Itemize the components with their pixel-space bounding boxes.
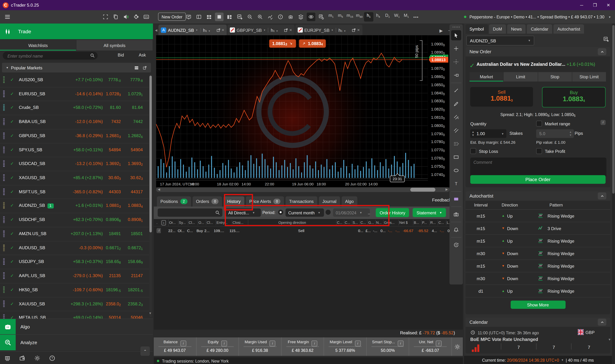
tab-dom[interactable]: DoM xyxy=(489,24,506,34)
channel-icon[interactable]: E xyxy=(451,112,461,122)
fibonacci-icon[interactable]: F xyxy=(451,139,461,149)
watchlist-row-MSFT.US_SB[interactable]: ✓MSFT.US_SB-365.0 (-0.82%)4430344317 xyxy=(0,185,149,199)
tab-journal[interactable]: Journal xyxy=(319,196,340,207)
drag-handle-icon[interactable] xyxy=(3,216,5,223)
drag-handle-icon[interactable] xyxy=(3,132,5,140)
column-header[interactable]: Entry... xyxy=(216,220,232,225)
open-chart-icon[interactable] xyxy=(603,37,609,42)
drag-handle-icon[interactable] xyxy=(3,231,5,237)
drag-handle-icon[interactable] xyxy=(3,273,5,279)
eye-icon[interactable] xyxy=(307,13,315,21)
summary-settings-icon[interactable] xyxy=(452,337,463,356)
timezone-select[interactable]: UTC+0 xyxy=(546,358,559,362)
watchlist-row-XAUUSD_SB[interactable]: ✓XAUUSD_SB+298.3 (+1.28%)2358.022358.23 xyxy=(0,297,149,311)
drag-handle-icon[interactable] xyxy=(3,91,5,97)
ask-price[interactable]: 7442 xyxy=(133,119,143,124)
order-type-stop[interactable]: Stop xyxy=(538,72,572,81)
ask-price[interactable]: 1.08834 xyxy=(128,203,143,208)
drag-handle-icon[interactable] xyxy=(3,258,5,265)
bid-price[interactable]: 30.603 xyxy=(108,175,121,180)
sound-icon[interactable] xyxy=(122,13,130,21)
watchlist-row-EURUSD_SB[interactable]: ✓EURUSD_SB-14.6 (-0.14%)1.072831.07291 xyxy=(0,87,149,101)
drag-handle-icon[interactable] xyxy=(3,160,5,167)
statement-button[interactable]: Statement▼ xyxy=(413,208,446,217)
column-header[interactable]: Sy... xyxy=(178,220,188,225)
history-search-input[interactable] xyxy=(158,208,222,217)
timeframe-h4[interactable]: h4 xyxy=(374,12,383,22)
autochartist-row[interactable]: m30▼DownRising Wedge xyxy=(466,247,610,260)
grid-4-icon[interactable] xyxy=(205,13,213,21)
tab-autochartist[interactable]: Autochartist xyxy=(553,24,584,34)
sidebar-item-analyze[interactable]: Analyze xyxy=(0,334,153,351)
ask-price[interactable]: 1.07291 xyxy=(128,91,143,96)
watchlist-row-GBPUSD_SB[interactable]: ✓GBPUSD_SB-36.8 (-0.29%)1.268131.26826 xyxy=(0,129,149,143)
close-button[interactable]: ✕ xyxy=(602,0,615,10)
tab-all-symbols[interactable]: All symbols xyxy=(76,40,152,51)
date-from-select[interactable]: 01/06/2024▼ xyxy=(333,208,370,217)
column-header[interactable]: 1 xyxy=(161,219,169,226)
watchlist-row-AUDNZD_SB[interactable]: ✓AUDNZD_SB1+1.6 (+0.01%)1.088131.08834 xyxy=(0,199,149,213)
place-order-button[interactable]: Place Order xyxy=(470,175,605,184)
timeframe-m30[interactable]: m30 xyxy=(355,12,364,22)
autochartist-row[interactable]: m30▼DownRising Wedge xyxy=(466,272,610,285)
order-type-market[interactable]: Market xyxy=(469,72,503,81)
ask-price[interactable]: 158.669 xyxy=(128,259,143,264)
measure-icon[interactable] xyxy=(451,57,461,67)
more-timeframes-icon[interactable]: ••• xyxy=(413,15,419,19)
bid-price[interactable]: 54894 xyxy=(109,147,121,152)
bid-price[interactable]: 2358.02 xyxy=(106,301,121,306)
chart-scrollbar[interactable]: ◀ ▶ xyxy=(156,187,450,192)
column-header[interactable]: Gros... xyxy=(384,220,399,225)
ask-price[interactable]: 18501 xyxy=(131,231,143,236)
layout-icon[interactable] xyxy=(195,13,203,21)
copy-icon[interactable] xyxy=(111,13,120,21)
price-chart[interactable]: 1.08813 1.08834 50 pips 1.090001.089001.… xyxy=(156,35,450,187)
chart-tab-EURJPY_SB[interactable]: EURJPY_SB▼h1 ▼✕ xyxy=(295,25,362,35)
watchlist-row-AMZN.US_SB[interactable]: ✓AMZN.US_SB+207.0 (+1.13%)1849118501 xyxy=(0,227,149,241)
tab-orders[interactable]: Orders0 xyxy=(192,196,222,207)
drag-handle-icon[interactable] xyxy=(3,188,5,195)
grid-split-icon[interactable] xyxy=(225,13,234,21)
trade-header[interactable]: Trade xyxy=(0,24,153,39)
watchlist-row-XAGUSD_SB[interactable]: ✓XAGUSD_SB+85.4 (+2.87%)30.60330.623 xyxy=(0,171,149,185)
bid-price[interactable]: 18196.5 xyxy=(106,287,121,292)
parallel-lines-icon[interactable] xyxy=(451,125,461,135)
bid-price[interactable]: 158.658 xyxy=(106,259,121,264)
chart-tab-GBPJPY_SB[interactable]: GBPJPY_SB▼h1 ▼✕ xyxy=(227,25,294,35)
watchlist-row-AAPL.US_SB[interactable]: ✓AAPL.US_SB-279.0 (-1.30%)2113521147 xyxy=(0,269,149,283)
tab-algo[interactable]: Algo xyxy=(342,196,357,207)
menu-icon[interactable] xyxy=(3,13,12,21)
show-more-button[interactable]: Show More xyxy=(510,300,565,309)
column-header[interactable]: O... xyxy=(198,220,206,225)
info-icon[interactable]: i xyxy=(311,341,317,347)
settings-gear-icon[interactable] xyxy=(33,354,41,362)
account-selector[interactable]: Pepperstone - Europe • Demo • 41... • Sp… xyxy=(464,14,611,19)
bot-icon[interactable] xyxy=(286,13,295,21)
drag-handle-icon[interactable] xyxy=(3,146,5,153)
rectangle-tool-icon[interactable] xyxy=(451,152,461,162)
period-select[interactable]: Current month▼ xyxy=(286,208,324,217)
pencil-icon[interactable] xyxy=(451,99,461,109)
comment-field[interactable] xyxy=(470,157,606,177)
history-table-row[interactable]: i22...Ol...C...Buy 1...2...109....115...… xyxy=(154,226,463,234)
tab-price-alerts[interactable]: Price Alerts0 xyxy=(246,196,284,207)
bid-price[interactable]: 50014 xyxy=(109,315,121,319)
watchlist-row-AUS200_SB[interactable]: ✓AUS200_SB+7.7 (+0.10%)7778.07779.8 xyxy=(0,73,149,87)
history-table-header[interactable]: .1Or...Sy...Cl...O...Cl...Entry...Closi.… xyxy=(154,219,463,226)
time-axis[interactable]: 17 Jun 2024, UTC+018:0018 Jun 02:0014:00… xyxy=(156,180,428,188)
watchlist-row-META.US_SB[interactable]: ✓META.US_SB+69.0 (+0.14%)5001450046 xyxy=(0,311,149,319)
symbol-search-input[interactable] xyxy=(7,52,87,60)
watchlist-row-Crude_SB[interactable]: ✓Crude_SB+58.0 (+0.72%)81.6081.64 xyxy=(0,101,149,115)
ask-price[interactable]: 0.66721 xyxy=(128,245,143,250)
ask-price[interactable]: 81.64 xyxy=(132,105,143,110)
bid-price[interactable]: 0.89068 xyxy=(106,217,121,222)
timeframe-m5[interactable]: m5 xyxy=(336,12,345,22)
bid-price[interactable]: 81.60 xyxy=(110,105,121,110)
price-axis[interactable]: 1.090001.089001.087001.086001.085001.084… xyxy=(428,35,450,180)
market-range-checkbox[interactable]: Market range xyxy=(536,121,570,127)
ask-price[interactable]: 2358.23 xyxy=(128,301,143,306)
zoom-in-icon[interactable] xyxy=(256,13,264,21)
info-icon[interactable]: i xyxy=(398,341,403,347)
timeframe-D1[interactable]: D1 xyxy=(383,12,392,22)
wallet-icon[interactable] xyxy=(18,354,27,362)
